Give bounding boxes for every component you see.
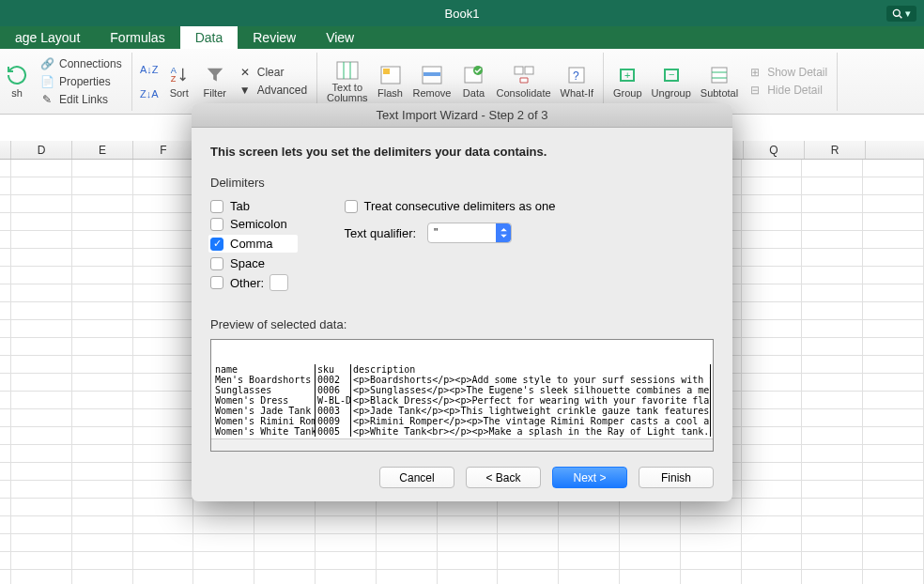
finish-button[interactable]: Finish xyxy=(639,467,714,488)
checkbox-icon xyxy=(210,276,223,289)
back-button[interactable]: < Back xyxy=(466,467,541,488)
dialog-intro: This screen lets you set the delimiters … xyxy=(210,145,714,159)
preview-box: name Men's Boardshorts Sunglasses Women'… xyxy=(210,339,714,452)
delimiter-other-checkbox[interactable]: Other: xyxy=(210,276,264,290)
delimiter-tab-checkbox[interactable]: Tab xyxy=(210,199,298,213)
delimiters-label: Delimiters xyxy=(210,176,714,190)
dialog-overlay: Text Import Wizard - Step 2 of 3 This sc… xyxy=(0,0,924,584)
treat-consecutive-checkbox[interactable]: Treat consecutive delimiters as one xyxy=(345,199,556,213)
delimiter-other-input[interactable] xyxy=(270,274,288,291)
checkbox-icon xyxy=(345,200,358,213)
cancel-button[interactable]: Cancel xyxy=(379,467,454,488)
checkbox-checked-icon xyxy=(210,238,223,251)
checkbox-icon xyxy=(210,257,223,270)
text-import-wizard-dialog: Text Import Wizard - Step 2 of 3 This sc… xyxy=(192,103,732,501)
preview-scrollbar[interactable] xyxy=(211,438,713,451)
delimiter-comma-checkbox[interactable]: Comma xyxy=(208,235,298,253)
text-qualifier-label: Text qualifier: xyxy=(345,226,417,240)
select-arrows-icon xyxy=(496,223,511,242)
next-button[interactable]: Next > xyxy=(552,467,627,488)
preview-label: Preview of selected data: xyxy=(210,317,714,331)
checkbox-icon xyxy=(210,218,223,231)
delimiter-space-checkbox[interactable]: Space xyxy=(210,256,298,270)
dialog-title: Text Import Wizard - Step 2 of 3 xyxy=(192,103,732,128)
delimiter-semicolon-checkbox[interactable]: Semicolon xyxy=(210,217,298,231)
checkbox-icon xyxy=(210,200,223,213)
text-qualifier-select[interactable]: " xyxy=(427,223,512,243)
